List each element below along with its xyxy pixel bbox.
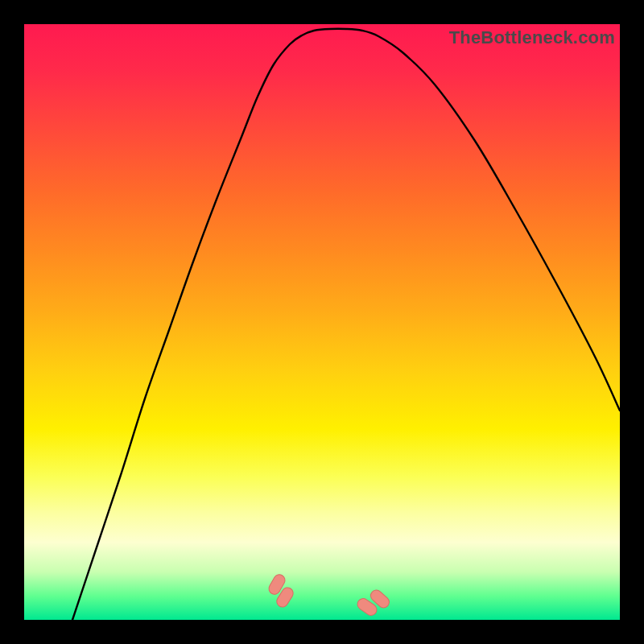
chart-markers <box>266 572 391 617</box>
chart-plot-area <box>24 24 620 620</box>
watermark-label: TheBottleneck.com <box>449 27 615 48</box>
chart-frame: TheBottleneck.com <box>0 0 644 644</box>
bottleneck-curve <box>72 29 620 620</box>
chart-svg <box>24 24 620 620</box>
